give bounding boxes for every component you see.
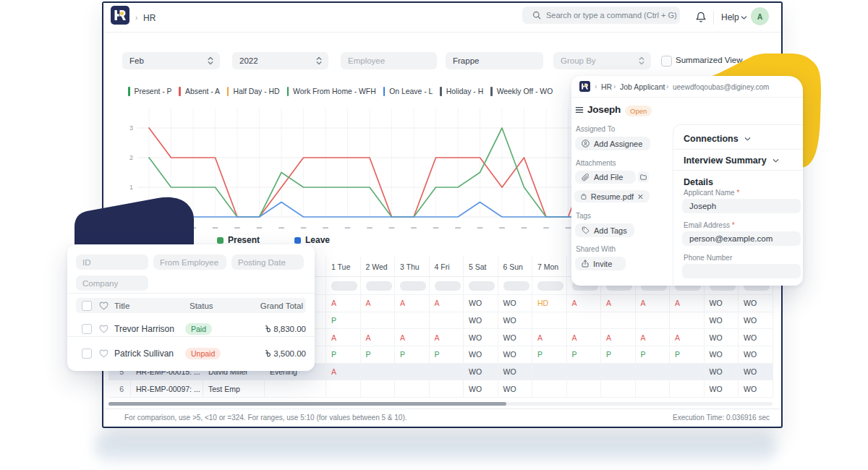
summarized-view-checkbox[interactable]: [661, 56, 672, 67]
table-cell: [498, 277, 533, 295]
from-employee-filter-input[interactable]: From Employee: [153, 255, 226, 270]
search-input[interactable]: Search or type a command (Ctrl + G): [522, 7, 680, 24]
add-file-button[interactable]: Add File: [575, 171, 636, 184]
table-cell: WO: [498, 380, 533, 398]
column-filter-input[interactable]: [331, 281, 357, 291]
table-cell: [361, 312, 396, 330]
legend-color-bar: [383, 87, 386, 96]
column-filter-input[interactable]: [366, 281, 392, 291]
employee-filter-input[interactable]: Employee: [341, 52, 437, 69]
day-header[interactable]: 3 Thu: [400, 262, 420, 271]
table-cell: [532, 380, 567, 398]
employee-id[interactable]: HR-EMP-00097: ...: [136, 385, 200, 393]
attendance-value: A: [400, 333, 405, 342]
attendance-value: A: [572, 299, 577, 307]
column-filter-input[interactable]: [469, 281, 495, 291]
status-legend-item: Work From Home - WFH: [287, 87, 376, 96]
required-asterisk: *: [732, 221, 735, 229]
payroll-title[interactable]: Trevor Harrison: [114, 324, 174, 334]
like-heart-icon[interactable]: [99, 325, 109, 333]
month-select[interactable]: Feb: [122, 52, 220, 69]
field-input[interactable]: person@example.com: [682, 231, 801, 246]
invite-button[interactable]: Invite: [575, 257, 626, 270]
field-input[interactable]: [682, 264, 801, 278]
select-stepper-icon: [639, 56, 644, 65]
table-cell: A: [567, 295, 602, 312]
chevron-down-icon: [773, 158, 779, 163]
attendance-value: WO: [744, 333, 757, 342]
legend-label: Work From Home - WFH: [293, 87, 376, 95]
attendance-value: WO: [710, 333, 723, 342]
field-input[interactable]: Joseph: [682, 199, 801, 213]
column-grand-total[interactable]: Grand Total: [260, 302, 303, 310]
company-filter-input[interactable]: Frappe: [446, 52, 543, 69]
avatar[interactable]: A: [751, 7, 769, 25]
attachments-label: Attachments: [576, 159, 616, 167]
day-header[interactable]: 6 Sun: [503, 262, 523, 271]
day-header[interactable]: 2 Wed: [366, 262, 388, 271]
day-header[interactable]: 7 Mon: [537, 262, 558, 271]
payroll-row[interactable]: Trevor Harrison Paid 8,830.00: [76, 317, 306, 341]
year-select[interactable]: 2022: [232, 52, 328, 69]
attendance-value: WO: [710, 350, 723, 359]
company-filter-input-card[interactable]: Company: [76, 275, 148, 291]
breadcrumb-chevron-icon: ›: [666, 82, 668, 90]
file-browser-button[interactable]: [638, 171, 649, 182]
crumb-app[interactable]: HR: [601, 82, 612, 91]
group-by-select[interactable]: Group By: [553, 52, 651, 69]
attendance-value: P: [435, 350, 440, 359]
attendance-value: A: [641, 333, 646, 342]
column-filter-input[interactable]: [435, 281, 461, 291]
payroll-title[interactable]: Patrick Sullivan: [114, 349, 174, 359]
column-status[interactable]: Status: [190, 302, 213, 310]
add-assignee-button[interactable]: Add Assignee: [575, 137, 650, 150]
grand-total-amount: 8,830.00: [265, 325, 306, 333]
attendance-value: WO: [710, 316, 723, 325]
crumb-docname[interactable]: ueewdfoqoubas@diginey.com: [673, 83, 769, 91]
like-heart-icon[interactable]: [99, 302, 109, 310]
posting-date-filter-input[interactable]: Posting Date: [231, 255, 304, 270]
column-title[interactable]: Title: [114, 302, 129, 310]
id-filter-input[interactable]: ID: [76, 255, 148, 270]
legend-color-bar: [440, 87, 442, 96]
horizontal-scrollbar[interactable]: [109, 402, 773, 406]
attendance-value: A: [675, 333, 680, 342]
crumb-doctype[interactable]: Job Applicant: [620, 82, 665, 91]
column-filter-input[interactable]: [537, 281, 563, 291]
remove-attachment-icon[interactable]: [638, 194, 643, 200]
interview-summary-section[interactable]: Interview Summary: [684, 155, 779, 166]
help-menu[interactable]: Help: [721, 12, 739, 22]
status-badge: Open: [625, 106, 652, 116]
from-employee-placeholder: From Employee: [160, 258, 218, 267]
breadcrumb[interactable]: HR: [143, 13, 156, 23]
attendance-row[interactable]: 6HR-EMP-00097: ...Test EmpWOWOWOWO: [109, 380, 773, 398]
day-header[interactable]: 4 Fri: [435, 262, 450, 271]
table-cell: WO: [705, 364, 739, 381]
topbar-divider: [713, 11, 714, 25]
table-cell: WO: [705, 312, 739, 330]
row-checkbox[interactable]: [82, 349, 92, 359]
attendance-value: HD: [537, 299, 548, 307]
sidebar-menu-icon[interactable]: [575, 106, 584, 114]
applicant-title: Joseph: [587, 104, 621, 115]
select-all-checkbox[interactable]: [82, 301, 92, 311]
connections-section[interactable]: Connections: [684, 134, 751, 144]
column-filter-input[interactable]: [503, 281, 529, 291]
day-header[interactable]: 5 Sat: [469, 262, 487, 271]
scrollbar-thumb[interactable]: [109, 402, 506, 406]
like-heart-icon[interactable]: [99, 349, 109, 358]
day-header[interactable]: 1 Tue: [331, 262, 350, 271]
add-tags-button[interactable]: Add Tags: [575, 223, 634, 237]
hr-app-logo[interactable]: [111, 6, 129, 25]
status-legend-item: Half Day - HD: [227, 87, 280, 96]
attachment-resume[interactable]: Resume.pdf: [574, 190, 650, 202]
table-cell: WO: [464, 364, 498, 381]
employee-placeholder: Employee: [348, 56, 385, 65]
notifications-bell-icon[interactable]: [695, 12, 707, 23]
payroll-row[interactable]: Patrick Sullivan Unpaid 3,500.00: [76, 341, 306, 365]
table-cell: A: [532, 329, 567, 346]
row-checkbox[interactable]: [82, 324, 92, 334]
column-filter-input[interactable]: [400, 281, 426, 291]
attendance-value: P: [641, 350, 646, 359]
attendance-value: P: [331, 316, 336, 325]
